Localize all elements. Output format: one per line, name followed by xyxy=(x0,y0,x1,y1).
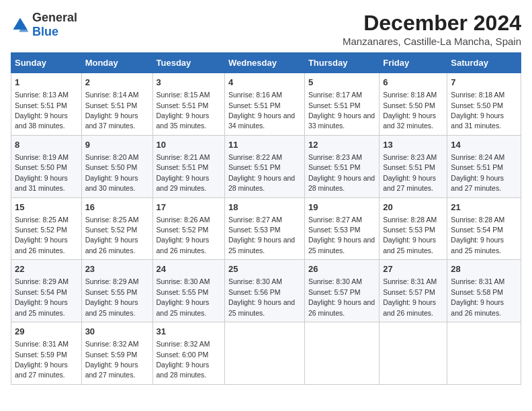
day-cell: 30 Sunrise: 8:32 AM Sunset: 5:59 PM Dayl… xyxy=(81,322,152,385)
sunrise-info: Sunrise: 8:20 AM xyxy=(85,153,139,161)
day-number: 23 xyxy=(85,263,149,275)
week-row-4: 22 Sunrise: 8:29 AM Sunset: 5:54 PM Dayl… xyxy=(11,260,521,322)
day-cell: 11 Sunrise: 8:22 AM Sunset: 5:51 PM Dayl… xyxy=(224,135,304,197)
sunset-info: Sunset: 5:54 PM xyxy=(15,288,67,296)
day-number: 22 xyxy=(15,263,78,275)
daylight-info: Daylight: 9 hours and 25 minutes. xyxy=(308,236,375,254)
column-header-friday: Friday xyxy=(380,53,447,73)
sunset-info: Sunset: 5:50 PM xyxy=(85,163,138,171)
logo-icon xyxy=(11,15,30,34)
day-number: 21 xyxy=(451,201,517,214)
daylight-info: Daylight: 9 hours and 25 minutes. xyxy=(383,236,436,254)
daylight-info: Daylight: 9 hours and 25 minutes. xyxy=(228,236,295,254)
day-number: 29 xyxy=(15,326,78,338)
day-cell: 24 Sunrise: 8:30 AM Sunset: 5:55 PM Dayl… xyxy=(152,260,224,322)
day-cell: 29 Sunrise: 8:31 AM Sunset: 5:59 PM Dayl… xyxy=(11,322,82,385)
daylight-info: Daylight: 9 hours and 34 minutes. xyxy=(228,111,295,130)
day-cell: 16 Sunrise: 8:25 AM Sunset: 5:52 PM Dayl… xyxy=(81,197,152,260)
sunrise-info: Sunrise: 8:30 AM xyxy=(308,277,362,285)
daylight-info: Daylight: 9 hours and 27 minutes. xyxy=(85,361,138,379)
column-header-thursday: Thursday xyxy=(304,53,379,73)
sunrise-info: Sunrise: 8:32 AM xyxy=(85,340,139,348)
sunset-info: Sunset: 5:51 PM xyxy=(157,101,209,109)
sunrise-info: Sunrise: 8:29 AM xyxy=(85,277,139,285)
day-cell: 21 Sunrise: 8:28 AM Sunset: 5:54 PM Dayl… xyxy=(447,197,521,260)
sunrise-info: Sunrise: 8:29 AM xyxy=(15,277,69,285)
day-number: 26 xyxy=(308,263,375,275)
day-cell: 4 Sunrise: 8:16 AM Sunset: 5:51 PM Dayli… xyxy=(224,73,304,136)
day-cell: 25 Sunrise: 8:30 AM Sunset: 5:56 PM Dayl… xyxy=(224,260,304,322)
day-cell: 20 Sunrise: 8:28 AM Sunset: 5:53 PM Dayl… xyxy=(380,197,447,260)
sunrise-info: Sunrise: 8:22 AM xyxy=(228,153,282,161)
sunset-info: Sunset: 5:53 PM xyxy=(383,226,435,234)
subtitle: Manzanares, Castille-La Mancha, Spain xyxy=(343,36,521,47)
day-number: 5 xyxy=(308,77,375,89)
day-number: 31 xyxy=(157,326,221,338)
daylight-info: Daylight: 9 hours and 38 minutes. xyxy=(15,111,68,130)
day-cell: 22 Sunrise: 8:29 AM Sunset: 5:54 PM Dayl… xyxy=(11,260,82,322)
sunset-info: Sunset: 5:51 PM xyxy=(308,163,361,171)
day-number: 15 xyxy=(15,201,78,214)
calendar-table: SundayMondayTuesdayWednesdayThursdayFrid… xyxy=(11,52,521,385)
sunrise-info: Sunrise: 8:23 AM xyxy=(308,153,362,161)
sunrise-info: Sunrise: 8:19 AM xyxy=(15,153,69,161)
sunset-info: Sunset: 5:51 PM xyxy=(15,101,67,109)
day-cell: 17 Sunrise: 8:26 AM Sunset: 5:52 PM Dayl… xyxy=(152,197,224,260)
sunset-info: Sunset: 5:59 PM xyxy=(85,351,138,359)
sunset-info: Sunset: 5:53 PM xyxy=(308,226,361,234)
day-number: 12 xyxy=(308,139,375,151)
day-cell: 8 Sunrise: 8:19 AM Sunset: 5:50 PM Dayli… xyxy=(11,135,82,197)
sunrise-info: Sunrise: 8:15 AM xyxy=(157,91,210,99)
sunset-info: Sunset: 5:51 PM xyxy=(228,101,281,109)
daylight-info: Daylight: 9 hours and 37 minutes. xyxy=(85,111,138,130)
day-cell: 1 Sunrise: 8:13 AM Sunset: 5:51 PM Dayli… xyxy=(11,73,82,136)
sunset-info: Sunset: 5:54 PM xyxy=(451,226,503,234)
daylight-info: Daylight: 9 hours and 26 minutes. xyxy=(157,236,210,254)
sunset-info: Sunset: 5:51 PM xyxy=(308,101,361,109)
sunrise-info: Sunrise: 8:27 AM xyxy=(308,216,362,224)
day-number: 8 xyxy=(15,139,78,151)
day-number: 19 xyxy=(308,201,375,214)
sunset-info: Sunset: 6:00 PM xyxy=(157,351,209,359)
sunset-info: Sunset: 5:51 PM xyxy=(228,163,281,171)
sunrise-info: Sunrise: 8:25 AM xyxy=(85,216,139,224)
day-number: 25 xyxy=(228,263,301,275)
day-number: 11 xyxy=(228,139,301,151)
day-number: 14 xyxy=(451,139,517,151)
day-cell: 26 Sunrise: 8:30 AM Sunset: 5:57 PM Dayl… xyxy=(304,260,379,322)
sunrise-info: Sunrise: 8:27 AM xyxy=(228,216,282,224)
sunrise-info: Sunrise: 8:31 AM xyxy=(15,340,69,348)
sunrise-info: Sunrise: 8:14 AM xyxy=(85,91,139,99)
day-number: 1 xyxy=(15,77,78,89)
sunset-info: Sunset: 5:51 PM xyxy=(451,163,503,171)
day-number: 20 xyxy=(383,201,443,214)
day-cell: 3 Sunrise: 8:15 AM Sunset: 5:51 PM Dayli… xyxy=(152,73,224,136)
day-number: 28 xyxy=(451,263,517,275)
day-number: 27 xyxy=(383,263,443,275)
sunset-info: Sunset: 5:56 PM xyxy=(228,288,281,296)
day-number: 9 xyxy=(85,139,149,151)
day-cell: 15 Sunrise: 8:25 AM Sunset: 5:52 PM Dayl… xyxy=(11,197,82,260)
logo: General Blue xyxy=(11,11,77,39)
day-number: 3 xyxy=(157,77,221,89)
sunrise-info: Sunrise: 8:28 AM xyxy=(383,216,437,224)
column-header-saturday: Saturday xyxy=(447,53,521,73)
day-cell: 5 Sunrise: 8:17 AM Sunset: 5:51 PM Dayli… xyxy=(304,73,379,136)
logo-blue: Blue xyxy=(32,25,58,38)
daylight-info: Daylight: 9 hours and 25 minutes. xyxy=(15,298,68,316)
sunset-info: Sunset: 5:52 PM xyxy=(157,226,209,234)
sunset-info: Sunset: 5:50 PM xyxy=(451,101,503,109)
day-number: 2 xyxy=(85,77,149,89)
column-header-wednesday: Wednesday xyxy=(224,53,304,73)
daylight-info: Daylight: 9 hours and 29 minutes. xyxy=(157,174,210,192)
sunset-info: Sunset: 5:55 PM xyxy=(157,288,209,296)
sunrise-info: Sunrise: 8:30 AM xyxy=(228,277,282,285)
sunrise-info: Sunrise: 8:32 AM xyxy=(157,340,210,348)
day-number: 10 xyxy=(157,139,221,151)
sunset-info: Sunset: 5:53 PM xyxy=(228,226,281,234)
week-row-1: 1 Sunrise: 8:13 AM Sunset: 5:51 PM Dayli… xyxy=(11,73,521,136)
sunset-info: Sunset: 5:51 PM xyxy=(85,101,138,109)
sunrise-info: Sunrise: 8:31 AM xyxy=(451,277,504,285)
daylight-info: Daylight: 9 hours and 35 minutes. xyxy=(157,111,210,130)
sunrise-info: Sunrise: 8:24 AM xyxy=(451,153,504,161)
